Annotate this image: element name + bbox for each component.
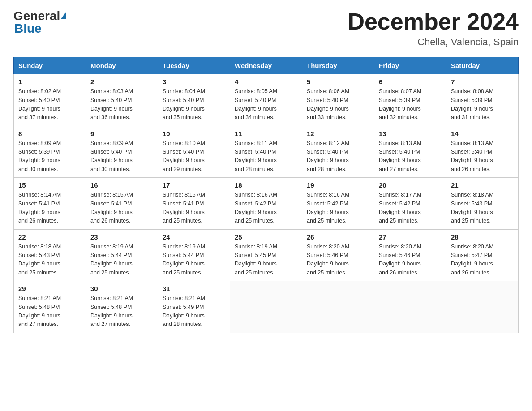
day-number: 22 — [18, 233, 81, 241]
day-number: 8 — [18, 130, 81, 137]
page-header: General Blue December 2024 Chella, Valen… — [13, 9, 519, 48]
day-info: Sunrise: 8:18 AMSunset: 5:43 PMDaylight:… — [451, 191, 514, 226]
day-number: 19 — [307, 181, 369, 189]
day-info: Sunrise: 8:02 AMSunset: 5:40 PMDaylight:… — [18, 87, 81, 122]
day-info: Sunrise: 8:19 AMSunset: 5:44 PMDaylight:… — [163, 243, 225, 278]
calendar-week-row: 15Sunrise: 8:14 AMSunset: 5:41 PMDayligh… — [14, 178, 519, 230]
day-number: 15 — [18, 181, 81, 189]
day-number: 25 — [235, 233, 297, 241]
day-info: Sunrise: 8:09 AMSunset: 5:39 PMDaylight:… — [18, 139, 81, 174]
calendar-cell: 22Sunrise: 8:18 AMSunset: 5:43 PMDayligh… — [14, 229, 86, 281]
day-number: 12 — [307, 130, 369, 137]
calendar-table: Sunday Monday Tuesday Wednesday Thursday… — [13, 57, 519, 333]
day-info: Sunrise: 8:20 AMSunset: 5:46 PMDaylight:… — [379, 243, 442, 278]
day-info: Sunrise: 8:03 AMSunset: 5:40 PMDaylight:… — [90, 87, 153, 122]
calendar-cell: 24Sunrise: 8:19 AMSunset: 5:44 PMDayligh… — [158, 229, 230, 281]
day-info: Sunrise: 8:21 AMSunset: 5:48 PMDaylight:… — [90, 294, 153, 329]
calendar-cell: 3Sunrise: 8:04 AMSunset: 5:40 PMDaylight… — [158, 74, 230, 126]
calendar-cell: 2Sunrise: 8:03 AMSunset: 5:40 PMDaylight… — [86, 74, 158, 126]
day-number: 14 — [451, 130, 514, 137]
calendar-cell: 23Sunrise: 8:19 AMSunset: 5:44 PMDayligh… — [86, 229, 158, 281]
day-number: 13 — [379, 130, 442, 137]
day-info: Sunrise: 8:07 AMSunset: 5:39 PMDaylight:… — [379, 87, 442, 122]
calendar-cell: 14Sunrise: 8:13 AMSunset: 5:40 PMDayligh… — [446, 126, 519, 178]
day-number: 2 — [90, 78, 153, 86]
calendar-cell: 28Sunrise: 8:20 AMSunset: 5:47 PMDayligh… — [446, 229, 519, 281]
calendar-cell: 9Sunrise: 8:09 AMSunset: 5:40 PMDaylight… — [86, 126, 158, 178]
day-info: Sunrise: 8:16 AMSunset: 5:42 PMDaylight:… — [235, 191, 297, 226]
day-info: Sunrise: 8:11 AMSunset: 5:40 PMDaylight:… — [235, 139, 297, 174]
day-number: 23 — [90, 233, 153, 241]
day-info: Sunrise: 8:17 AMSunset: 5:42 PMDaylight:… — [379, 191, 442, 226]
day-number: 30 — [90, 285, 153, 292]
day-info: Sunrise: 8:09 AMSunset: 5:40 PMDaylight:… — [90, 139, 153, 174]
calendar-week-row: 1Sunrise: 8:02 AMSunset: 5:40 PMDaylight… — [14, 74, 519, 126]
day-info: Sunrise: 8:19 AMSunset: 5:44 PMDaylight:… — [90, 243, 153, 278]
day-info: Sunrise: 8:12 AMSunset: 5:40 PMDaylight:… — [307, 139, 369, 174]
day-info: Sunrise: 8:18 AMSunset: 5:43 PMDaylight:… — [18, 243, 81, 278]
day-number: 11 — [235, 130, 297, 137]
col-sunday: Sunday — [14, 57, 86, 74]
col-friday: Friday — [374, 57, 446, 74]
day-number: 17 — [163, 181, 225, 189]
day-number: 5 — [307, 78, 369, 86]
day-number: 21 — [451, 181, 514, 189]
calendar-header-row: Sunday Monday Tuesday Wednesday Thursday… — [14, 57, 519, 74]
calendar-cell: 31Sunrise: 8:21 AMSunset: 5:49 PMDayligh… — [158, 281, 230, 333]
day-info: Sunrise: 8:20 AMSunset: 5:47 PMDaylight:… — [451, 243, 514, 278]
calendar-cell: 13Sunrise: 8:13 AMSunset: 5:40 PMDayligh… — [374, 126, 446, 178]
day-number: 26 — [307, 233, 369, 241]
day-number: 10 — [163, 130, 225, 137]
calendar-cell: 7Sunrise: 8:08 AMSunset: 5:39 PMDaylight… — [446, 74, 519, 126]
calendar-cell: 26Sunrise: 8:20 AMSunset: 5:46 PMDayligh… — [302, 229, 374, 281]
calendar-cell: 29Sunrise: 8:21 AMSunset: 5:48 PMDayligh… — [14, 281, 86, 333]
day-number: 20 — [379, 181, 442, 189]
calendar-subtitle: Chella, Valencia, Spain — [348, 36, 519, 48]
logo-triangle-icon — [61, 12, 66, 19]
calendar-cell: 27Sunrise: 8:20 AMSunset: 5:46 PMDayligh… — [374, 229, 446, 281]
calendar-cell: 6Sunrise: 8:07 AMSunset: 5:39 PMDaylight… — [374, 74, 446, 126]
day-info: Sunrise: 8:13 AMSunset: 5:40 PMDaylight:… — [379, 139, 442, 174]
calendar-cell: 10Sunrise: 8:10 AMSunset: 5:40 PMDayligh… — [158, 126, 230, 178]
day-number: 1 — [18, 78, 81, 86]
calendar-cell — [302, 281, 374, 333]
day-info: Sunrise: 8:10 AMSunset: 5:40 PMDaylight:… — [163, 139, 225, 174]
col-wednesday: Wednesday — [230, 57, 302, 74]
calendar-cell: 15Sunrise: 8:14 AMSunset: 5:41 PMDayligh… — [14, 178, 86, 230]
day-number: 4 — [235, 78, 297, 86]
col-tuesday: Tuesday — [158, 57, 230, 74]
day-info: Sunrise: 8:21 AMSunset: 5:48 PMDaylight:… — [18, 294, 81, 329]
day-number: 27 — [379, 233, 442, 241]
day-info: Sunrise: 8:13 AMSunset: 5:40 PMDaylight:… — [451, 139, 514, 174]
col-monday: Monday — [86, 57, 158, 74]
calendar-cell: 8Sunrise: 8:09 AMSunset: 5:39 PMDaylight… — [14, 126, 86, 178]
calendar-cell: 20Sunrise: 8:17 AMSunset: 5:42 PMDayligh… — [374, 178, 446, 230]
logo-blue-text: Blue — [14, 21, 42, 35]
day-number: 31 — [163, 285, 225, 292]
day-info: Sunrise: 8:20 AMSunset: 5:46 PMDaylight:… — [307, 243, 369, 278]
day-info: Sunrise: 8:08 AMSunset: 5:39 PMDaylight:… — [451, 87, 514, 122]
day-info: Sunrise: 8:16 AMSunset: 5:42 PMDaylight:… — [307, 191, 369, 226]
day-number: 9 — [90, 130, 153, 137]
calendar-cell: 19Sunrise: 8:16 AMSunset: 5:42 PMDayligh… — [302, 178, 374, 230]
day-info: Sunrise: 8:15 AMSunset: 5:41 PMDaylight:… — [163, 191, 225, 226]
calendar-cell — [230, 281, 302, 333]
day-info: Sunrise: 8:14 AMSunset: 5:41 PMDaylight:… — [18, 191, 81, 226]
day-number: 28 — [451, 233, 514, 241]
day-info: Sunrise: 8:04 AMSunset: 5:40 PMDaylight:… — [163, 87, 225, 122]
day-info: Sunrise: 8:05 AMSunset: 5:40 PMDaylight:… — [235, 87, 297, 122]
day-number: 16 — [90, 181, 153, 189]
day-number: 6 — [379, 78, 442, 86]
calendar-cell — [446, 281, 519, 333]
day-number: 18 — [235, 181, 297, 189]
calendar-cell: 17Sunrise: 8:15 AMSunset: 5:41 PMDayligh… — [158, 178, 230, 230]
calendar-cell: 11Sunrise: 8:11 AMSunset: 5:40 PMDayligh… — [230, 126, 302, 178]
day-info: Sunrise: 8:19 AMSunset: 5:45 PMDaylight:… — [235, 243, 297, 278]
col-thursday: Thursday — [302, 57, 374, 74]
col-saturday: Saturday — [446, 57, 519, 74]
calendar-cell: 18Sunrise: 8:16 AMSunset: 5:42 PMDayligh… — [230, 178, 302, 230]
day-info: Sunrise: 8:06 AMSunset: 5:40 PMDaylight:… — [307, 87, 369, 122]
calendar-cell: 1Sunrise: 8:02 AMSunset: 5:40 PMDaylight… — [14, 74, 86, 126]
calendar-title: December 2024 — [348, 9, 519, 34]
day-number: 3 — [163, 78, 225, 86]
